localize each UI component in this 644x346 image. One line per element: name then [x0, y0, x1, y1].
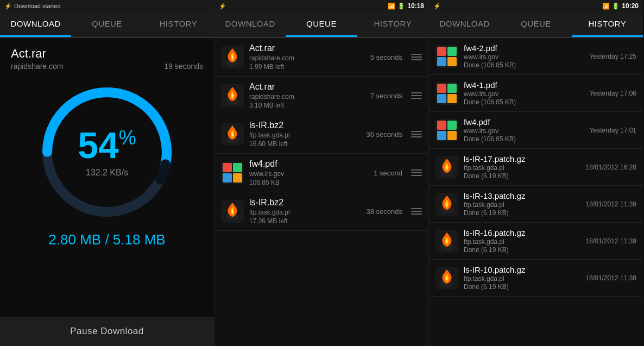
menu-line [411, 56, 422, 58]
menu-line [411, 92, 422, 93]
file-source: rapidshare.com [11, 62, 64, 71]
tab-bar-2: Download Queue History [214, 12, 428, 38]
history-item[interactable]: ls-IR-17.patch.gz ftp.task.gda.pl Done (… [429, 149, 643, 186]
item-time-col-1: 7 seconds [370, 92, 402, 100]
history-status-3: Done (6.19 KB) [464, 172, 580, 180]
tab-history-3[interactable]: History [572, 12, 643, 37]
item-countdown-2: 36 seconds [367, 130, 403, 139]
item-menu-4[interactable] [411, 208, 422, 215]
history-source-1: www.irs.gov [464, 90, 584, 98]
history-status-4: Done (6.19 KB) [464, 209, 580, 217]
clock-2: 10:18 [407, 2, 424, 10]
history-icon-6 [435, 267, 458, 290]
file-meta-row: rapidshare.com 19 seconds [11, 62, 203, 71]
tab-download-3[interactable]: Download [429, 12, 500, 37]
menu-line [411, 175, 422, 176]
percent-display: 54 % [78, 127, 136, 163]
pause-download-button[interactable]: Pause Download [0, 317, 214, 346]
item-source-3: www.irs.gov [249, 170, 368, 178]
queue-item[interactable]: ls-IR.bz2 ftp.task.gda.pl 17.26 MB left … [214, 192, 428, 231]
history-status-2: Done (106.85 KB) [464, 135, 584, 143]
history-name-0: fw4-2.pdf [464, 43, 584, 53]
wifi-icon-3: 📶 [602, 3, 610, 10]
clock-3: 10:20 [622, 2, 639, 10]
percent-value: 54 [78, 127, 119, 163]
history-info-3: ls-IR-17.patch.gz ftp.task.gda.pl Done (… [464, 154, 580, 180]
history-date-0: Yesterday 17:25 [590, 53, 636, 60]
status-left-3: ⚡ [433, 3, 441, 10]
history-item[interactable]: ls-IR-10.patch.gz ftp.task.gda.pl Done (… [429, 260, 643, 297]
tab-bar-3: Download Queue History [429, 12, 643, 38]
item-source-1: rapidshare.com [249, 93, 365, 100]
history-info-0: fw4-2.pdf www.irs.gov Done (106.85 KB) [464, 43, 584, 69]
history-info-1: fw4-1.pdf www.irs.gov Done (106.85 KB) [464, 80, 584, 106]
item-size-0: 1.99 MB left [249, 63, 365, 71]
item-name-1: Act.rar [249, 82, 365, 92]
item-size-4: 17.26 MB left [249, 217, 361, 225]
tab-history-1[interactable]: History [143, 12, 214, 37]
history-item[interactable]: fw4-2.pdf www.irs.gov Done (106.85 KB) Y… [429, 38, 643, 75]
history-info-5: ls-IR-16.patch.gz ftp.task.gda.pl Done (… [464, 228, 580, 254]
item-countdown-4: 38 seconds [367, 207, 403, 216]
menu-line [411, 95, 422, 96]
history-name-3: ls-IR-17.patch.gz [464, 154, 580, 163]
tab-bar-1: Download Queue History [0, 12, 214, 38]
status-right-3: 📶 🔋 10:20 [602, 2, 639, 10]
item-menu-3[interactable] [411, 169, 422, 176]
history-name-1: fw4-1.pdf [464, 80, 584, 90]
history-date-3: 18/01/2012 16:28 [586, 163, 636, 171]
item-name-2: ls-IR.bz2 [249, 121, 361, 130]
menu-line [411, 208, 422, 209]
history-source-2: www.irs.gov [464, 127, 584, 135]
history-date-6: 18/01/2012 11:39 [586, 274, 636, 282]
history-list: fw4-2.pdf www.irs.gov Done (106.85 KB) Y… [429, 38, 643, 346]
menu-line [411, 213, 422, 215]
tab-queue-1[interactable]: Queue [71, 12, 142, 37]
menu-line [411, 134, 422, 135]
download-content: Act.rar rapidshare.com 19 seconds 54 % [0, 38, 214, 317]
wifi-icon: 📶 [388, 3, 395, 10]
item-source-2: ftp.task.gda.pl [249, 131, 361, 139]
menu-line [411, 131, 422, 132]
item-countdown-0: 5 seconds [370, 53, 402, 61]
battery-icon-3: 🔋 [612, 3, 620, 10]
history-status-0: Done (106.85 KB) [464, 61, 584, 69]
usb-icon-3: ⚡ [433, 3, 441, 10]
download-started-label: Download started [14, 3, 61, 9]
progress-circle-container: 54 % 132.2 KB/s [11, 81, 203, 223]
queue-item[interactable]: fw4.pdf www.irs.gov 106.85 KB 1 second [214, 154, 428, 192]
item-menu-1[interactable] [411, 92, 422, 99]
item-info-4: ls-IR.bz2 ftp.task.gda.pl 17.26 MB left [249, 198, 361, 225]
item-time-col-0: 5 seconds [370, 53, 402, 61]
item-time-col-2: 36 seconds [367, 130, 403, 139]
item-menu-0[interactable] [411, 54, 422, 60]
queue-item[interactable]: Act.rar rapidshare.com 3.10 MB left 7 se… [214, 77, 428, 115]
queue-item[interactable]: Act.rar rapidshare.com 1.99 MB left 5 se… [214, 38, 428, 77]
tab-history-2[interactable]: History [357, 12, 428, 37]
circle-center: 54 % 132.2 KB/s [78, 127, 136, 178]
history-status-5: Done (6.19 KB) [464, 246, 580, 254]
history-item[interactable]: ls-IR-13.patch.gz ftp.task.gda.pl Done (… [429, 186, 643, 223]
item-countdown-1: 7 seconds [370, 92, 402, 100]
status-right-2: 📶 🔋 10:18 [388, 2, 424, 10]
item-menu-2[interactable] [411, 131, 422, 137]
menu-line [411, 98, 422, 99]
tab-download-2[interactable]: Download [214, 12, 286, 37]
history-item[interactable]: fw4.pdf www.irs.gov Done (106.85 KB) Yes… [429, 112, 643, 149]
file-name: Act.rar [11, 47, 46, 61]
history-source-4: ftp.task.gda.pl [464, 201, 580, 209]
history-item[interactable]: fw4-1.pdf www.irs.gov Done (106.85 KB) Y… [429, 75, 643, 112]
item-name-0: Act.rar [249, 43, 365, 53]
history-name-4: ls-IR-13.patch.gz [464, 191, 580, 200]
tab-queue-3[interactable]: Queue [500, 12, 571, 37]
status-left-2: ⚡ [219, 3, 226, 10]
queue-item[interactable]: ls-IR.bz2 ftp.task.gda.pl 16.60 MB left … [214, 115, 428, 154]
history-item[interactable]: ls-IR-16.patch.gz ftp.task.gda.pl Done (… [429, 223, 643, 260]
tab-download-1[interactable]: Download [0, 12, 71, 37]
item-countdown-3: 1 second [374, 169, 402, 177]
history-status-6: Done (6.19 KB) [464, 283, 580, 291]
tab-queue-2[interactable]: Queue [286, 12, 357, 37]
menu-line [411, 172, 422, 173]
menu-line [411, 211, 422, 212]
history-source-5: ftp.task.gda.pl [464, 238, 580, 246]
